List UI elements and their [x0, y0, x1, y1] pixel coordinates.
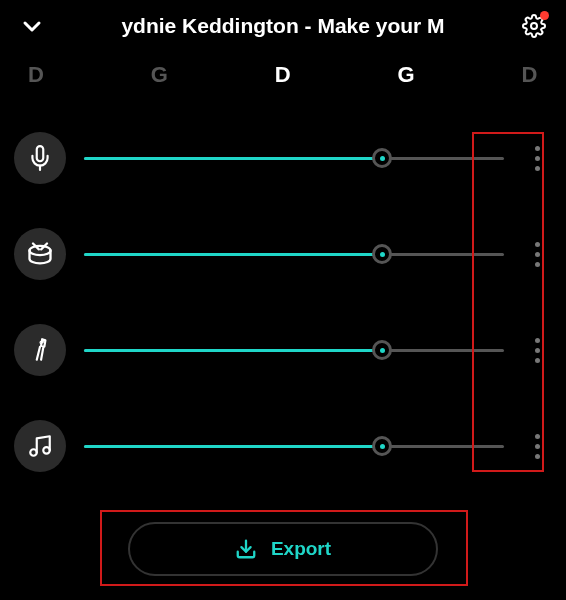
export-button[interactable]: Export: [128, 522, 438, 576]
slider-thumb[interactable]: [372, 436, 392, 456]
slider-thumb[interactable]: [372, 148, 392, 168]
chord-label: D: [275, 62, 291, 88]
svg-point-0: [531, 23, 537, 29]
track-icon-other[interactable]: [14, 420, 66, 472]
more-vertical-icon: [535, 434, 540, 459]
slider-fill: [84, 253, 382, 256]
volume-slider-other[interactable]: [84, 436, 504, 456]
header: ydnie Keddington - Make your M: [0, 0, 566, 48]
svg-point-6: [43, 447, 50, 454]
track-icon-vocals[interactable]: [14, 132, 66, 184]
volume-slider-vocals[interactable]: [84, 148, 504, 168]
mic-icon: [27, 145, 53, 171]
song-title: ydnie Keddington - Make your M: [58, 14, 508, 38]
track-icon-drums[interactable]: [14, 228, 66, 280]
track-row-bass: [14, 324, 552, 376]
slider-fill: [84, 445, 382, 448]
volume-slider-bass[interactable]: [84, 340, 504, 360]
settings-button[interactable]: [520, 12, 548, 40]
volume-slider-drums[interactable]: [84, 244, 504, 264]
export-label: Export: [271, 538, 331, 560]
track-row-vocals: [14, 132, 552, 184]
track-icon-bass[interactable]: [14, 324, 66, 376]
chord-label: D: [28, 62, 44, 88]
track-more-bass[interactable]: [522, 330, 552, 370]
slider-fill: [84, 157, 382, 160]
more-vertical-icon: [535, 242, 540, 267]
more-vertical-icon: [535, 338, 540, 363]
chord-label: D: [522, 62, 538, 88]
slider-thumb[interactable]: [372, 340, 392, 360]
music-icon: [27, 433, 53, 459]
chevron-down-icon: [20, 14, 44, 38]
more-vertical-icon: [535, 146, 540, 171]
track-more-drums[interactable]: [522, 234, 552, 274]
svg-point-5: [30, 449, 37, 456]
track-more-vocals[interactable]: [522, 138, 552, 178]
slider-fill: [84, 349, 382, 352]
track-mixer: [0, 96, 566, 472]
chord-label: G: [398, 62, 416, 88]
track-more-other[interactable]: [522, 426, 552, 466]
collapse-button[interactable]: [18, 12, 46, 40]
drum-icon: [26, 240, 54, 268]
notification-dot: [540, 11, 549, 20]
svg-point-4: [42, 341, 43, 342]
chord-label: G: [151, 62, 169, 88]
track-row-drums: [14, 228, 552, 280]
track-row-other: [14, 420, 552, 472]
guitar-icon: [27, 337, 53, 363]
slider-thumb[interactable]: [372, 244, 392, 264]
download-icon: [235, 538, 257, 560]
svg-point-2: [30, 246, 51, 255]
chord-strip: DGDGD: [0, 48, 566, 96]
